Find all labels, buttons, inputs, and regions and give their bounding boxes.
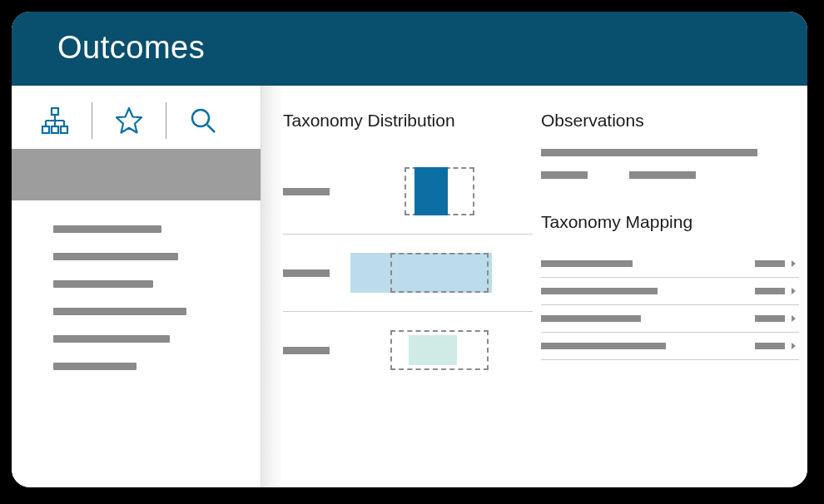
search-icon[interactable] (183, 101, 223, 141)
sidebar-item[interactable] (53, 363, 137, 370)
app-window: Outcomes (12, 12, 807, 487)
sidebar-item[interactable] (53, 225, 161, 233)
distribution-chart (346, 167, 533, 215)
svg-rect-0 (52, 108, 58, 115)
chevron-right-icon (792, 343, 796, 349)
mapping-row[interactable] (541, 333, 799, 360)
svg-rect-1 (42, 126, 49, 133)
distribution-bar (414, 167, 448, 215)
observation-value (629, 171, 696, 179)
mapping-value-group (755, 288, 796, 294)
svg-rect-3 (61, 126, 67, 133)
svg-line-11 (207, 125, 215, 132)
toolbar-divider (92, 102, 92, 139)
star-icon[interactable] (109, 101, 149, 141)
distribution-row (283, 149, 533, 235)
main-panel: Taxonomy Distribution Observations Taxon… (261, 86, 807, 487)
toolbar-divider (166, 102, 166, 139)
mapping-label (541, 260, 633, 267)
chevron-right-icon (792, 315, 796, 322)
sidebar (12, 86, 261, 487)
right-column: Observations Taxonomy Mapping (541, 111, 807, 487)
mapping-value (755, 343, 785, 349)
sidebar-nav (12, 200, 261, 387)
distribution-label (283, 188, 330, 195)
sidebar-item[interactable] (53, 335, 170, 343)
distribution-column: Taxonomy Distribution (283, 111, 533, 487)
chevron-right-icon (792, 288, 796, 294)
mapping-value (755, 260, 785, 267)
content: Taxonomy Distribution Observations Taxon… (283, 86, 807, 487)
titlebar: Outcomes (12, 12, 807, 86)
observation-value (541, 171, 588, 179)
observation-line (541, 149, 757, 156)
hierarchy-icon[interactable] (35, 101, 75, 141)
sidebar-item[interactable] (53, 253, 178, 260)
chevron-right-icon (792, 260, 796, 267)
observations-block (541, 149, 799, 179)
mapping-row[interactable] (541, 305, 799, 333)
mapping-value (755, 315, 785, 322)
distribution-chart (346, 330, 533, 370)
mapping-label (541, 315, 641, 322)
distribution-range (390, 253, 489, 293)
sidebar-selected-item[interactable] (12, 149, 261, 200)
page-title: Outcomes (57, 30, 205, 65)
observations-title: Observations (541, 111, 799, 131)
body: Taxonomy Distribution Observations Taxon… (12, 86, 807, 487)
sidebar-item[interactable] (53, 308, 186, 315)
mapping-value-group (755, 260, 796, 267)
mapping-label (541, 288, 658, 294)
mapping-list (541, 250, 799, 360)
svg-marker-9 (117, 108, 141, 133)
distribution-title: Taxonomy Distribution (283, 111, 533, 131)
mapping-value-group (755, 315, 796, 322)
sidebar-item[interactable] (53, 280, 153, 288)
mapping-row[interactable] (541, 250, 799, 278)
distribution-row (283, 235, 533, 312)
observation-row (541, 171, 799, 179)
mapping-value (755, 288, 785, 294)
mapping-value-group (755, 343, 796, 349)
mapping-row[interactable] (541, 278, 799, 305)
distribution-label (283, 347, 330, 354)
distribution-row (283, 312, 533, 388)
svg-rect-2 (52, 126, 58, 133)
mapping-label (541, 343, 666, 349)
distribution-chart (346, 253, 533, 293)
sidebar-toolbar (12, 86, 261, 149)
distribution-label (283, 269, 330, 277)
distribution-bar (409, 335, 457, 365)
mapping-title: Taxonomy Mapping (541, 212, 799, 232)
svg-point-10 (192, 110, 209, 126)
page-fold (261, 86, 283, 487)
